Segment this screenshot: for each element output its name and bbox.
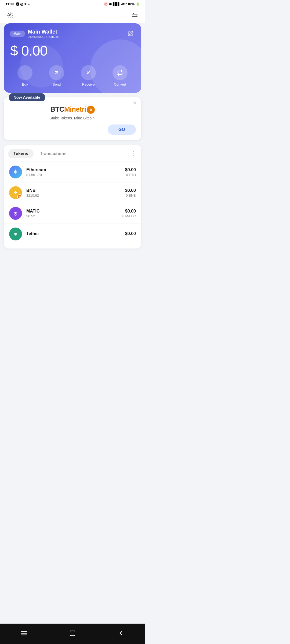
buy-label: Buy xyxy=(22,82,28,86)
wallet-card: Main Main Wallet 0x0ef3555c...d75ab0cb $… xyxy=(4,23,141,93)
receive-icon-circle xyxy=(81,65,96,80)
battery-text: 82% xyxy=(128,2,135,6)
tether-balance: $0.00 xyxy=(125,231,136,237)
eth-price: $1,561.70 xyxy=(26,173,121,177)
wallet-actions: + Buy Send Receive xyxy=(10,65,135,86)
wallet-name: Main Wallet xyxy=(28,29,123,35)
promo-logo: BTCMinetri✕ xyxy=(50,105,95,114)
tether-icon xyxy=(9,228,22,240)
buy-action[interactable]: + Buy xyxy=(10,65,40,86)
promo-close-button[interactable]: ✕ xyxy=(133,100,137,106)
matic-amount: 0 MATIC xyxy=(122,214,136,218)
bnb-info: BNB $210.62 xyxy=(26,188,121,197)
receive-action[interactable]: Receive xyxy=(74,65,103,86)
top-bar xyxy=(0,8,145,23)
promo-badge: Now Available xyxy=(9,93,45,101)
status-bar: 11:38 🖼 ◎ ✳ • ⏰ ✱ ▋▋▋ 4G⁺ 82% 🔋 xyxy=(0,0,145,8)
status-time: 11:38 xyxy=(5,2,14,6)
matic-name: MATIC xyxy=(26,209,118,214)
token-item-matic[interactable]: MATIC $0.52 $0.00 0 MATIC xyxy=(4,203,141,224)
matic-price: $0.52 xyxy=(26,214,118,218)
matic-balance: $0.00 0 MATIC xyxy=(122,209,136,218)
token-item-bnb[interactable]: ◎ BNB $210.62 $0.00 0 BNB xyxy=(4,182,141,203)
convert-action[interactable]: Convert xyxy=(105,65,135,86)
send-icon-circle xyxy=(49,65,64,80)
alarm-icon: ⏰ xyxy=(104,2,108,6)
promo-banner: Now Available ✕ BTCMinetri✕ Stake Tokens… xyxy=(4,97,141,140)
svg-line-5 xyxy=(55,71,58,74)
eth-name: Ethereum xyxy=(26,167,121,172)
svg-line-6 xyxy=(87,71,89,74)
svg-point-0 xyxy=(9,14,11,16)
receive-icon xyxy=(85,70,91,76)
tether-usd: $0.00 xyxy=(125,231,136,236)
eth-icon xyxy=(9,166,22,178)
bnb-amount: 0 BNB xyxy=(125,193,136,197)
promo-minetri-text: Minetri xyxy=(64,105,86,113)
tabs-header: Tokens Transactions ⋮ xyxy=(4,149,141,162)
promo-btc-text: BTC xyxy=(50,105,64,113)
matic-usd: $0.00 xyxy=(122,209,136,214)
bnb-icon: ◎ xyxy=(9,186,22,199)
promo-subtitle: Stake Tokens. Mine Bitcoin. xyxy=(49,116,96,120)
receive-label: Receive xyxy=(82,82,95,86)
status-dot: • xyxy=(28,2,30,6)
buy-icon-circle: + xyxy=(17,65,32,80)
tether-name: Tether xyxy=(26,231,121,236)
token-list: Ethereum $1,561.70 $0.00 0 ETH ◎ xyxy=(4,162,141,244)
bluetooth-icon: ✱ xyxy=(109,2,112,6)
filter-button[interactable] xyxy=(130,10,140,20)
send-action[interactable]: Send xyxy=(42,65,71,86)
wallet-balance: $ 0.00 xyxy=(10,43,135,59)
promo-content: BTCMinetri✕ Stake Tokens. Mine Bitcoin. … xyxy=(9,103,136,135)
bnb-usd: $0.00 xyxy=(125,188,136,193)
send-icon xyxy=(54,70,60,76)
eth-balance: $0.00 0 ETH xyxy=(125,167,136,177)
eth-usd: $0.00 xyxy=(125,167,136,172)
wallet-address: 0x0ef3555c...d75ab0cb xyxy=(28,35,123,38)
tab-tokens[interactable]: Tokens xyxy=(8,149,34,158)
promo-go-button[interactable]: GO xyxy=(108,125,136,135)
convert-label: Convert xyxy=(114,82,126,86)
tabs-menu-button[interactable]: ⋮ xyxy=(131,150,137,157)
convert-icon-circle xyxy=(113,65,128,80)
promo-minetri-icon: ✕ xyxy=(87,106,95,114)
tab-transactions[interactable]: Transactions xyxy=(35,149,72,158)
wallet-badge: Main xyxy=(10,31,25,37)
tokens-section: Tokens Transactions ⋮ Ethereum $1,561.70 xyxy=(4,145,141,248)
data-icon: 4G⁺ xyxy=(121,2,127,6)
matic-icon xyxy=(9,207,22,220)
settings-button[interactable] xyxy=(5,10,15,20)
bnb-price: $210.62 xyxy=(26,193,121,197)
eth-info: Ethereum $1,561.70 xyxy=(26,167,121,177)
battery-icon: 🔋 xyxy=(136,2,140,6)
status-left: 11:38 🖼 ◎ ✳ • xyxy=(5,2,30,6)
matic-info: MATIC $0.52 xyxy=(26,209,118,218)
status-icons: 🖼 ◎ ✳ xyxy=(16,2,27,6)
wallet-header: Main Main Wallet 0x0ef3555c...d75ab0cb xyxy=(10,29,135,38)
token-item-tether[interactable]: Tether $0.00 xyxy=(4,224,141,244)
token-item-eth[interactable]: Ethereum $1,561.70 $0.00 0 ETH xyxy=(4,162,141,182)
wallet-title-group: Main Wallet 0x0ef3555c...d75ab0cb xyxy=(28,29,123,38)
convert-icon xyxy=(117,70,123,76)
signal-icon: ▋▋▋ xyxy=(113,2,120,6)
bnb-balance: $0.00 0 BNB xyxy=(125,188,136,197)
wallet-edit-button[interactable] xyxy=(126,29,135,38)
buy-icon: + xyxy=(23,69,27,77)
bnb-name: BNB xyxy=(26,188,121,193)
status-right: ⏰ ✱ ▋▋▋ 4G⁺ 82% 🔋 xyxy=(104,2,140,6)
eth-amount: 0 ETH xyxy=(125,173,136,177)
tether-info: Tether xyxy=(26,231,121,237)
svg-rect-14 xyxy=(14,233,17,233)
send-label: Send xyxy=(53,82,61,86)
